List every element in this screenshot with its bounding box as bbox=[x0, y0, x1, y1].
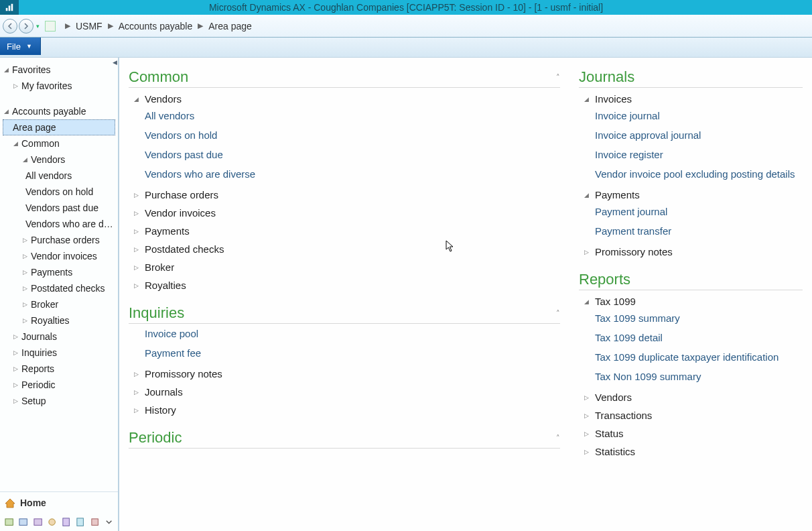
favorites-node[interactable]: ◢Favorites bbox=[3, 62, 115, 78]
section-reports[interactable]: Reports bbox=[579, 267, 803, 290]
expander-icon: ◢ bbox=[584, 192, 591, 198]
nav-history-dropdown[interactable]: ▾ bbox=[36, 23, 40, 30]
reports-node[interactable]: ▷Reports bbox=[3, 361, 115, 377]
vendors-on-hold-node[interactable]: Vendors on hold bbox=[3, 184, 115, 200]
postdated-checks-node[interactable]: ▷Postdated checks bbox=[3, 280, 115, 296]
group-status[interactable]: ▷Status bbox=[579, 422, 803, 440]
common-node[interactable]: ◢Common bbox=[3, 135, 115, 152]
nav-label: Common bbox=[21, 137, 60, 150]
module-icon[interactable] bbox=[18, 516, 28, 528]
section-inquiries[interactable]: Inquiries ˄ bbox=[129, 300, 560, 324]
setup-node[interactable]: ▷Setup bbox=[3, 393, 115, 409]
expander-icon: ▷ bbox=[134, 389, 141, 396]
all-vendors-node[interactable]: All vendors bbox=[3, 168, 115, 184]
inquiries-node[interactable]: ▷Inquiries bbox=[3, 345, 115, 361]
link-invoice-pool[interactable]: Invoice pool bbox=[129, 324, 560, 343]
caret-down-icon: ▼ bbox=[26, 43, 32, 50]
link-all-vendors[interactable]: All vendors bbox=[129, 106, 560, 125]
my-favorites-node[interactable]: ▷My favorites bbox=[3, 78, 115, 94]
vendor-invoices-node[interactable]: ▷Vendor invoices bbox=[3, 248, 115, 264]
vendors-node[interactable]: ◢Vendors bbox=[3, 152, 115, 168]
link-tax-non1099-summary[interactable]: Tax Non 1099 summary bbox=[579, 367, 803, 386]
group-broker[interactable]: ▷Broker bbox=[129, 256, 560, 274]
section-periodic[interactable]: Periodic ˄ bbox=[129, 425, 560, 449]
collapse-pane-icon[interactable]: ◀ bbox=[113, 59, 119, 66]
vendors-past-due-node[interactable]: Vendors past due bbox=[3, 200, 115, 216]
module-overflow-icon[interactable] bbox=[104, 516, 114, 528]
expander-icon: ◢ bbox=[584, 298, 591, 305]
purchase-orders-node[interactable]: ▷Purchase orders bbox=[3, 232, 115, 248]
page-icon bbox=[45, 21, 56, 32]
nav-label: Setup bbox=[21, 395, 46, 407]
expander-icon: ▷ bbox=[12, 80, 19, 92]
section-title: Reports bbox=[579, 271, 630, 288]
group-promissory-notes[interactable]: ▷Promissory notes bbox=[579, 241, 803, 259]
group-invoices[interactable]: ◢Invoices bbox=[579, 88, 803, 106]
group-journals[interactable]: ▷Journals bbox=[129, 381, 560, 399]
section-common[interactable]: Common ˄ bbox=[129, 64, 560, 88]
file-menu-button[interactable]: File ▼ bbox=[0, 38, 41, 55]
vendors-diverse-node[interactable]: Vendors who are d… bbox=[3, 216, 115, 232]
nav-label: Postdated checks bbox=[31, 282, 105, 294]
module-icon[interactable] bbox=[90, 516, 100, 528]
link-payment-transfer[interactable]: Payment transfer bbox=[579, 221, 803, 241]
nav-label: Journals bbox=[21, 331, 57, 343]
nav-label: Royalties bbox=[31, 314, 70, 327]
broker-node[interactable]: ▷Broker bbox=[3, 296, 115, 312]
expander-icon: ▷ bbox=[12, 379, 19, 391]
link-invoice-approval-journal[interactable]: Invoice approval journal bbox=[579, 125, 803, 145]
link-vendors-on-hold[interactable]: Vendors on hold bbox=[129, 125, 560, 145]
group-purchase-orders[interactable]: ▷Purchase orders bbox=[129, 184, 560, 202]
journals-node[interactable]: ▷Journals bbox=[3, 329, 115, 345]
link-payment-journal[interactable]: Payment journal bbox=[579, 202, 803, 221]
group-postdated-checks[interactable]: ▷Postdated checks bbox=[129, 238, 560, 256]
group-tax1099[interactable]: ◢Tax 1099 bbox=[579, 290, 803, 308]
module-icon[interactable] bbox=[33, 516, 43, 528]
svg-rect-9 bbox=[91, 519, 98, 526]
breadcrumb-company[interactable]: USMF bbox=[76, 21, 103, 32]
periodic-node[interactable]: ▷Periodic bbox=[3, 377, 115, 393]
group-promissory-notes[interactable]: ▷Promissory notes bbox=[129, 363, 560, 381]
group-vendors[interactable]: ◢Vendors bbox=[129, 88, 560, 106]
expander-icon: ▷ bbox=[584, 249, 591, 255]
group-vendor-invoices[interactable]: ▷Vendor invoices bbox=[129, 202, 560, 220]
module-icon[interactable] bbox=[61, 516, 71, 528]
expander-icon: ▷ bbox=[134, 371, 141, 377]
link-invoice-journal[interactable]: Invoice journal bbox=[579, 106, 803, 125]
group-payments[interactable]: ◢Payments bbox=[579, 184, 803, 202]
area-page-node[interactable]: Area page bbox=[3, 119, 115, 135]
address-bar: ▾ ▶ USMF ▶ Accounts payable ▶ Area page bbox=[0, 15, 812, 38]
group-history[interactable]: ▷History bbox=[129, 399, 560, 417]
link-vendors-diverse[interactable]: Vendors who are diverse bbox=[129, 164, 560, 184]
module-icon[interactable] bbox=[4, 516, 14, 528]
nav-back-button[interactable] bbox=[3, 19, 17, 34]
section-journals[interactable]: Journals bbox=[579, 64, 803, 88]
nav-forward-button[interactable] bbox=[19, 19, 33, 34]
link-tax1099-summary[interactable]: Tax 1099 summary bbox=[579, 308, 803, 328]
royalties-node[interactable]: ▷Royalties bbox=[3, 312, 115, 329]
expander-icon: ▷ bbox=[584, 412, 591, 419]
group-statistics[interactable]: ▷Statistics bbox=[579, 440, 803, 459]
group-royalties[interactable]: ▷Royalties bbox=[129, 274, 560, 292]
link-vendor-invoice-pool[interactable]: Vendor invoice pool excluding posting de… bbox=[579, 164, 803, 184]
payments-node[interactable]: ▷Payments bbox=[3, 264, 115, 280]
section-title: Periodic bbox=[129, 429, 182, 447]
group-transactions[interactable]: ▷Transactions bbox=[579, 404, 803, 422]
group-vendors-report[interactable]: ▷Vendors bbox=[579, 386, 803, 404]
home-module-button[interactable]: Home bbox=[4, 496, 114, 514]
breadcrumb-module[interactable]: Accounts payable bbox=[119, 21, 193, 32]
section-title: Common bbox=[129, 68, 188, 86]
group-payments[interactable]: ▷Payments bbox=[129, 220, 560, 238]
breadcrumb-page[interactable]: Area page bbox=[208, 21, 252, 32]
link-tax1099-duplicate[interactable]: Tax 1099 duplicate taxpayer identificati… bbox=[579, 347, 803, 367]
link-vendors-past-due[interactable]: Vendors past due bbox=[129, 145, 560, 164]
link-payment-fee[interactable]: Payment fee bbox=[129, 343, 560, 363]
module-root-node[interactable]: ◢Accounts payable bbox=[3, 103, 115, 119]
link-invoice-register[interactable]: Invoice register bbox=[579, 145, 803, 164]
link-tax1099-detail[interactable]: Tax 1099 detail bbox=[579, 328, 803, 347]
group-label: Invoices bbox=[595, 93, 632, 105]
group-label: Broker bbox=[145, 261, 174, 273]
module-icon[interactable] bbox=[75, 516, 85, 528]
svg-rect-7 bbox=[63, 518, 70, 526]
module-icon[interactable] bbox=[47, 516, 57, 528]
